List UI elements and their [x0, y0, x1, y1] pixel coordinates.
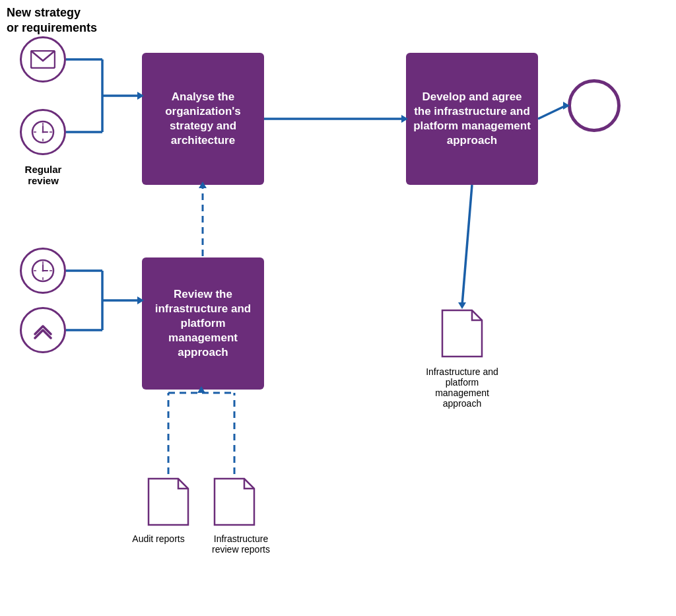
audit-doc-icon: [145, 475, 191, 528]
diagram-container: New strategy or requirements Regular rev…: [0, 0, 676, 616]
infra-doc-icon: [439, 307, 485, 360]
envelope-icon: [20, 36, 66, 83]
svg-line-29: [538, 106, 566, 119]
svg-point-8: [42, 131, 44, 133]
svg-line-31: [462, 185, 472, 305]
chevron-icon: [20, 307, 66, 353]
diagram-title: New strategy or requirements: [7, 5, 97, 36]
audit-label: Audit reports: [132, 533, 185, 544]
end-terminator: [568, 79, 621, 132]
infra-doc-label: Infrastructure and platform management a…: [419, 366, 505, 409]
analyse-box: Analyse the organization's strategy and …: [142, 53, 264, 185]
infra-review-doc-icon: [211, 475, 257, 528]
develop-box: Develop and agree the infrastructure and…: [406, 53, 538, 185]
svg-point-16: [42, 270, 44, 272]
review-box: Review the infrastructure and platform m…: [142, 257, 264, 390]
clock-icon-2: [20, 248, 66, 294]
regular-review-label: Regular review: [12, 164, 75, 186]
infra-review-label: Infrastructure review reports: [201, 533, 281, 555]
clock-icon-1: [20, 109, 66, 155]
